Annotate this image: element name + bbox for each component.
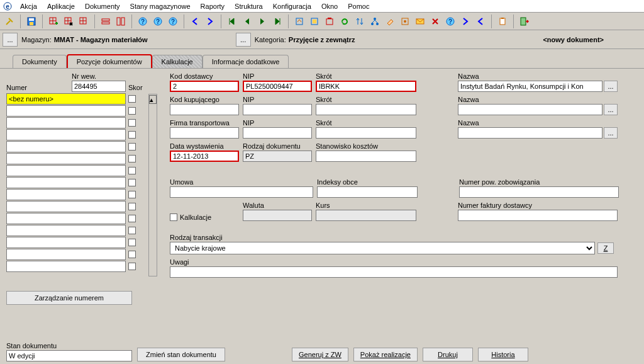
skor-check-14[interactable] [128,263,136,270]
tool-phone-icon[interactable] [398,14,412,28]
scroll-up-icon[interactable]: ▴ [149,95,157,104]
skrot-t-input[interactable] [316,127,416,139]
stanowisko-input[interactable] [316,151,416,162]
next-icon[interactable] [255,14,269,28]
save-icon[interactable] [25,14,38,28]
skor-check-11[interactable] [128,227,136,234]
skor-check-5[interactable] [128,155,136,162]
pin-icon[interactable] [3,14,16,28]
skor-check-8[interactable] [128,191,136,198]
menu-akcja[interactable]: Akcja [15,1,42,11]
help1-icon[interactable]: ? [136,14,150,28]
data-wyst-input[interactable] [170,151,239,162]
nr-wew-input[interactable] [72,81,126,92]
kategoria-picker-button[interactable]: ... [236,33,251,47]
numer-input-6[interactable] [6,165,126,176]
skor-check-12[interactable] [128,239,136,246]
grid-plus-icon[interactable] [47,14,60,28]
numer-input-1[interactable] [6,105,126,117]
generuj-button[interactable]: Generuj z ZW [292,348,348,361]
skor-check-0[interactable] [128,95,136,103]
firma-transport-input[interactable] [170,127,239,139]
skor-check-1[interactable] [128,107,136,115]
nazwa-d-more-button[interactable]: ... [604,81,618,92]
help3-icon[interactable]: ? [166,14,180,28]
menu-okno[interactable]: Okno [316,1,343,11]
numer-input-14[interactable] [6,261,126,272]
menu-stany[interactable]: Stany magazynowe [125,1,196,11]
tool-left-icon[interactable] [474,14,487,28]
numer-input-12[interactable] [6,237,126,248]
numer-input-7[interactable] [6,177,126,188]
grid-refresh-icon[interactable] [77,14,91,28]
numer-faktury-input[interactable] [458,210,618,221]
nazwa-t-input[interactable] [458,127,602,139]
tool-delete-icon[interactable] [323,14,336,28]
nav-left-icon[interactable] [188,14,202,28]
tab-info[interactable]: Informacje dodatkowe [203,55,289,68]
pokaz-button[interactable]: Pokaż realizacje [353,348,418,361]
first-icon[interactable] [225,14,239,28]
tool-eraser-icon[interactable] [383,14,397,28]
numer-input-10[interactable] [6,213,126,224]
tool-mail-icon[interactable] [413,14,427,28]
skor-check-4[interactable] [128,143,136,151]
zmien-stan-button[interactable]: Zmień stan dokumentu [137,348,225,361]
tool-a-icon[interactable] [292,14,306,28]
numer-input-4[interactable] [6,141,126,152]
numer-input-5[interactable] [6,153,126,164]
uwagi-input[interactable] [170,266,618,278]
tool-refresh-icon[interactable] [338,14,352,28]
historia-button[interactable]: Historia [478,348,528,361]
skor-check-3[interactable] [128,131,136,139]
skor-check-6[interactable] [128,167,136,174]
tool-tree-icon[interactable] [368,14,382,28]
help2-icon[interactable]: ? [151,14,165,28]
menu-struktura[interactable]: Struktura [230,1,268,11]
grid-delete-icon[interactable] [62,14,75,28]
skor-check-2[interactable] [128,119,136,127]
magazyn-picker-button[interactable]: ... [3,33,18,47]
numer-input-0[interactable] [6,93,126,105]
layout1-icon[interactable] [99,14,113,28]
tool-sort-icon[interactable] [353,14,367,28]
indeksy-input[interactable] [317,186,418,198]
skor-check-10[interactable] [128,215,136,222]
skrot-k-input[interactable] [316,104,416,115]
numer-input-8[interactable] [6,189,126,200]
menu-raporty[interactable]: Raporty [196,1,230,11]
numer-input-2[interactable] [6,117,126,128]
menu-aplikacje[interactable]: Aplikacje [42,1,80,11]
numer-input-11[interactable] [6,225,126,236]
nip-t-input[interactable] [243,127,312,139]
list-scrollbar[interactable]: ▴ [148,94,157,276]
nazwa-t-more-button[interactable]: ... [604,127,618,139]
skor-check-13[interactable] [128,251,136,258]
skor-check-7[interactable] [128,179,136,186]
menu-konfiguracja[interactable]: Konfiguracja [268,1,316,11]
exit-icon[interactable] [518,14,531,28]
kalkulacje-checkbox[interactable] [170,213,177,221]
skrot-d-input[interactable] [316,81,416,92]
nazwa-d-input[interactable] [458,81,602,92]
prev-icon[interactable] [240,14,254,28]
zarzadzanie-numerem-button[interactable]: Zarządzanie numerem [6,291,132,305]
menu-dokumenty[interactable]: Dokumenty [80,1,125,11]
tool-b-icon[interactable] [308,14,321,28]
tab-pozycje[interactable]: Pozycje dokumentów [67,54,152,68]
nip-k-input[interactable] [243,104,312,115]
rodzaj-trans-select[interactable]: Nabycie krajowe [170,242,595,254]
numer-pow-input[interactable] [459,186,619,198]
umowa-input[interactable] [170,186,313,198]
tool-help-icon[interactable]: ? [443,14,457,28]
nazwa-k-input[interactable] [458,104,602,115]
skor-check-9[interactable] [128,203,136,210]
drukuj-button[interactable]: Drukuj [423,348,473,361]
tab-kalkulacje[interactable]: Kalkulacje [152,55,203,68]
tool-clipboard-icon[interactable] [496,14,509,28]
tab-dokumenty[interactable]: Dokumenty [13,55,67,68]
z-button[interactable]: Z [597,242,614,254]
nav-right-icon[interactable] [203,14,217,28]
nip-d-input[interactable] [243,81,312,92]
numer-input-9[interactable] [6,201,126,212]
